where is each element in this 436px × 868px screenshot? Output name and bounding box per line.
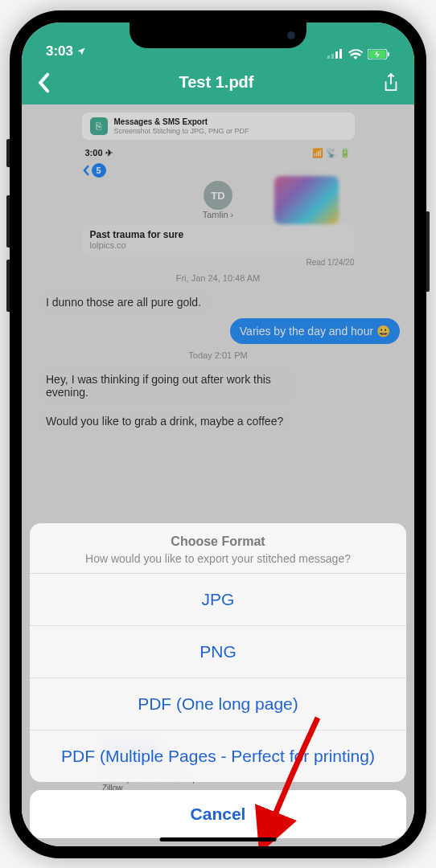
screen: 3:03 Test 1.pdf ⎘ Messages & SMS Export — [22, 23, 414, 846]
svg-rect-0 — [327, 55, 330, 59]
svg-rect-1 — [331, 54, 334, 59]
format-option-png[interactable]: PNG — [30, 625, 406, 678]
home-indicator[interactable] — [160, 837, 277, 841]
content-area: ⎘ Messages & SMS Export Screenshot Stitc… — [22, 104, 414, 846]
svg-rect-6 — [388, 52, 389, 56]
share-icon[interactable] — [382, 72, 400, 93]
front-camera-icon — [287, 31, 295, 39]
volume-up-button — [6, 195, 10, 248]
volume-down-button — [6, 260, 10, 312]
location-icon — [76, 47, 86, 56]
action-sheet-group: Choose Format How would you like to expo… — [30, 523, 406, 782]
svg-rect-2 — [335, 51, 338, 59]
cancel-button[interactable]: Cancel — [30, 790, 406, 838]
notch — [130, 23, 306, 48]
action-sheet-header: Choose Format How would you like to expo… — [30, 523, 406, 573]
format-option-jpg[interactable]: JPG — [30, 573, 406, 625]
power-button — [426, 211, 430, 292]
format-option-pdf-one-page[interactable]: PDF (One long page) — [30, 678, 406, 730]
battery-charging-icon — [368, 49, 390, 59]
page-title: Test 1.pdf — [179, 73, 254, 92]
back-icon[interactable] — [36, 72, 51, 93]
sheet-subtitle: How would you like to export your stitch… — [43, 552, 393, 565]
format-option-pdf-multi-page[interactable]: PDF (Multiple Pages - Perfect for printi… — [30, 730, 406, 782]
action-sheet: Choose Format How would you like to expo… — [30, 523, 406, 838]
phone-frame: 3:03 Test 1.pdf ⎘ Messages & SMS Export — [10, 10, 426, 858]
signal-icon — [327, 49, 343, 59]
svg-rect-3 — [339, 49, 342, 59]
mute-switch — [6, 139, 10, 167]
nav-bar: Test 1.pdf — [22, 61, 414, 104]
sheet-title: Choose Format — [43, 534, 393, 549]
wifi-icon — [348, 49, 363, 59]
status-time: 3:03 — [46, 43, 73, 59]
